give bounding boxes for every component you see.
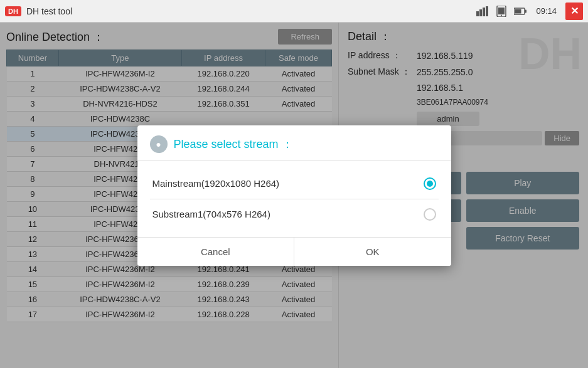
mainstream-radio[interactable] [424,177,436,190]
cancel-button[interactable]: Cancel [137,238,295,266]
dialog-header: ● Please select stream ： [137,125,451,161]
system-icons: 09:14 ✕ [476,3,583,20]
substream-label: Substream1(704x576 H264) [152,209,270,219]
title-bar: DH DH test tool 09:14 ✕ [0,0,588,23]
app-title: DH test tool [26,6,476,16]
system-time: 09:14 [536,6,557,16]
svg-rect-8 [525,9,527,13]
svg-rect-0 [476,11,479,16]
stream-select-dialog: ● Please select stream ： Mainstream(1920… [137,125,451,266]
network-icon [476,4,489,18]
dialog-overlay: ● Please select stream ： Mainstream(1920… [0,23,588,368]
mainstream-option[interactable]: Mainstream(1920x1080 H264) [150,171,439,196]
app-logo: DH [5,6,21,16]
svg-rect-2 [483,8,485,16]
mainstream-label: Mainstream(1920x1080 H264) [152,178,280,189]
stream-divider [150,199,439,199]
svg-point-6 [501,14,502,16]
svg-rect-5 [498,8,505,14]
dialog-icon: ● [150,135,168,153]
phone-icon [494,4,508,18]
svg-rect-1 [479,9,482,16]
svg-rect-3 [486,6,488,16]
dialog-title: Please select stream ： [174,137,293,152]
substream-option[interactable]: Substream1(704x576 H264) [150,202,439,227]
ok-button[interactable]: OK [294,238,451,266]
svg-rect-9 [515,9,521,13]
close-button[interactable]: ✕ [565,3,583,20]
substream-radio[interactable] [424,208,436,221]
battery-icon [513,4,527,18]
dialog-body: Mainstream(1920x1080 H264) Substream1(70… [137,161,451,237]
dialog-footer: Cancel OK [137,237,451,266]
